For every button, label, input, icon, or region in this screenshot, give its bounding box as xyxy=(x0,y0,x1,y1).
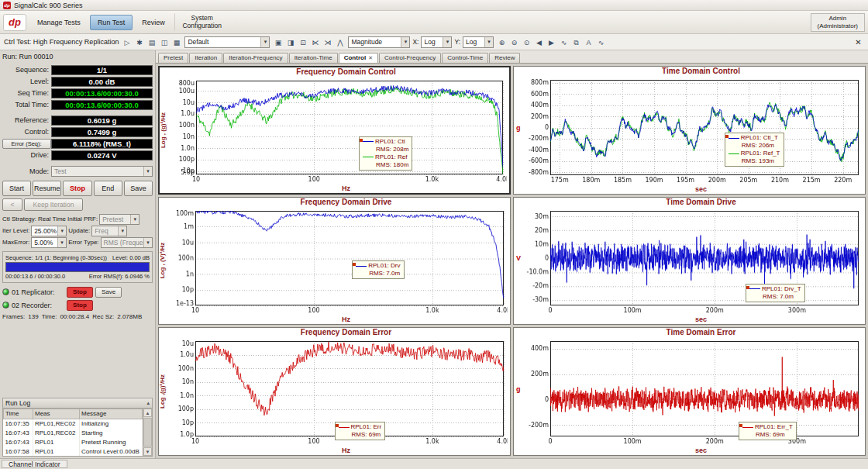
link-icon[interactable]: ⧉ xyxy=(570,36,582,48)
pan-left-icon[interactable]: ◀ xyxy=(533,36,545,48)
update-select[interactable]: Freq xyxy=(91,226,127,236)
sequence-info: Sequence: 1/1 (1: Beginning (0-30sec)) xyxy=(5,254,107,261)
run-log-scrollbar[interactable]: ▲ ▼ xyxy=(143,409,152,457)
layout-window-icon[interactable]: ◫ xyxy=(158,36,170,48)
run-log-col-time[interactable]: Time xyxy=(4,409,33,419)
chart-legend[interactable]: RPL01: ErrRMS: 69m xyxy=(335,422,386,440)
report-icon[interactable]: ▤ xyxy=(146,36,157,48)
zoom-in-icon[interactable]: ⊕ xyxy=(496,36,508,48)
zoom-fit-icon[interactable]: ⊙ xyxy=(521,36,532,48)
zoom-out-icon[interactable]: ⊖ xyxy=(508,36,520,48)
start-button[interactable]: Start xyxy=(2,181,31,196)
chart-tab-iteration-time[interactable]: Iteration-Time xyxy=(289,53,338,63)
field-label-error-seq[interactable]: Error (Seq): xyxy=(2,139,51,149)
chart-legend[interactable]: RPL01: DrvRMS: 7.0m xyxy=(352,260,404,279)
chart-legend[interactable]: RPL01: Err_TRMS: 69m xyxy=(739,422,797,440)
run-log-row[interactable]: 16:07:58RPL01Control Level:0.00dB xyxy=(4,447,143,456)
y-scale-select[interactable]: Log xyxy=(463,36,494,48)
chart-canvas[interactable] xyxy=(524,77,863,184)
chart-canvas[interactable] xyxy=(170,78,507,184)
iter-level-select[interactable]: 25.00% xyxy=(31,226,67,236)
chart-legend[interactable]: RPL01: Ctl_TRMS: 206mRPL01: Ref_TRMS: 19… xyxy=(725,133,784,167)
gear-icon[interactable]: ✱ xyxy=(133,36,145,48)
chart-tab-control-time[interactable]: Control-Time xyxy=(442,53,488,63)
grid-icon[interactable]: ▦ xyxy=(170,36,182,48)
stop-button[interactable]: Stop xyxy=(63,181,91,196)
pane-split-icon[interactable]: ◨ xyxy=(284,36,296,48)
run-log-col-meas[interactable]: Meas xyxy=(33,409,80,419)
save-button[interactable]: Save xyxy=(124,181,153,196)
device-01-replicator-save-button[interactable]: Save xyxy=(95,287,122,298)
chart-tabs: PretestIterationIteration-FrequencyItera… xyxy=(156,50,868,64)
run-log-row[interactable]: 16:07:43RPL01Pretest Running xyxy=(4,437,143,447)
chart-time-domain-error[interactable]: Time Domain Error g sec RPL01: Err_TRMS:… xyxy=(513,327,866,456)
close-tab-icon[interactable]: ✕ xyxy=(368,55,373,61)
scroll-up-icon[interactable]: ▲ xyxy=(143,409,152,417)
legend-handle-icon[interactable] xyxy=(336,424,339,427)
initial-prf-value: Pretest xyxy=(102,216,123,223)
max-error-select[interactable]: 5.00% xyxy=(31,237,67,248)
chart-tab-iteration[interactable]: Iteration xyxy=(189,53,222,63)
run-icon[interactable]: ▷ xyxy=(121,36,133,48)
peak-cursor-icon[interactable]: ⋀ xyxy=(334,36,346,48)
x-scale-select[interactable]: Log xyxy=(421,36,452,48)
chart-tab-review[interactable]: Review xyxy=(489,53,520,63)
chart-tab-control[interactable]: Control✕ xyxy=(339,53,378,63)
collapse-icon[interactable]: ▴ xyxy=(146,400,150,406)
save-display-icon[interactable]: ▣ xyxy=(272,36,284,48)
legend-handle-icon[interactable] xyxy=(739,424,742,427)
run-log-header-bar[interactable]: Run Log ▴ xyxy=(3,398,152,409)
annotate-icon[interactable]: A xyxy=(583,36,594,48)
legend-handle-icon[interactable] xyxy=(725,135,728,138)
resume-button[interactable]: Resume xyxy=(33,181,61,196)
layout-select[interactable]: Default xyxy=(184,36,270,48)
chart-canvas[interactable] xyxy=(169,208,508,316)
chart-canvas[interactable] xyxy=(524,208,863,316)
ribbon: dp Manage TestsRun TestReviewSystem Conf… xyxy=(0,11,868,34)
run-log-title: Run Log xyxy=(5,399,30,407)
error-type-select[interactable]: RMS (Frequen... xyxy=(101,237,153,248)
field-value-level: 0.00 dB xyxy=(51,77,153,87)
chart-frequency-domain-drive[interactable]: Frequency Domain Drive Log , (V)²/Hz Hz … xyxy=(158,197,511,326)
chart-tab-pretest[interactable]: Pretest xyxy=(158,53,188,63)
zoom-region-icon[interactable]: ⊡ xyxy=(297,36,308,48)
iter-level-value: 25.00% xyxy=(34,227,57,235)
chart-frequency-domain-error[interactable]: Frequency Domain Error Log ,(g)²/Hz Hz R… xyxy=(158,327,511,456)
run-log-row[interactable]: 16:07:43RPL01,REC02Starting xyxy=(4,428,143,437)
legend-handle-icon[interactable] xyxy=(746,286,749,289)
legend-handle-icon[interactable] xyxy=(353,263,356,266)
keep-iteration-button[interactable]: Keep Iteration xyxy=(24,198,83,211)
ribbon-tab-run-test[interactable]: Run Test xyxy=(90,15,133,30)
wave-icon[interactable]: ∿ xyxy=(595,36,607,48)
initial-prf-select[interactable]: Pretest xyxy=(99,214,140,225)
run-log-row[interactable]: 16:07:35RPL01,REC02Initializing xyxy=(4,419,143,428)
legend-handle-icon[interactable] xyxy=(360,139,363,142)
chart-canvas[interactable] xyxy=(524,338,863,446)
cursor-right-icon[interactable]: ⋊ xyxy=(322,36,333,48)
chart-time-domain-drive[interactable]: Time Domain Drive V sec RPL01: Drv_TRMS:… xyxy=(513,197,866,326)
chart-time-domain-control[interactable]: Time Domain Control g sec RPL01: Ctl_TRM… xyxy=(513,66,866,195)
chart-tab-iteration-frequency[interactable]: Iteration-Frequency xyxy=(223,53,288,63)
legend-entry: RPL01: Err_T xyxy=(742,423,793,431)
run-log-col-message[interactable]: Message xyxy=(80,409,143,419)
scrollbar-thumb[interactable] xyxy=(143,418,152,447)
mode-select[interactable]: Test xyxy=(51,166,153,177)
cursor-left-icon[interactable]: ⋉ xyxy=(309,36,321,48)
close-icon[interactable]: ✕ xyxy=(852,36,864,48)
signal-icon[interactable]: ∿ xyxy=(558,36,570,48)
pan-right-icon[interactable]: ▶ xyxy=(546,36,557,48)
chart-frequency-domain-control[interactable]: Frequency Domain Control Log , (g)²/Hz H… xyxy=(158,66,511,195)
trace-select[interactable]: Magnitude xyxy=(348,36,410,48)
device-02-recorder-stop-button[interactable]: Stop xyxy=(67,300,93,311)
ribbon-tab-review[interactable]: Review xyxy=(134,15,173,30)
scroll-down-icon[interactable]: ▼ xyxy=(143,447,152,456)
end-button[interactable]: End xyxy=(94,181,122,196)
back-button[interactable]: < xyxy=(2,198,22,211)
ribbon-tab-system-configuration[interactable]: System Configuration xyxy=(174,13,230,32)
chart-legend[interactable]: RPL01: CtlRMS: 208mRPL01: RefRMS: 180m xyxy=(359,136,412,171)
chart-legend[interactable]: RPL01: Drv_TRMS: 7.0m xyxy=(746,284,805,302)
device-01-replicator-stop-button[interactable]: Stop xyxy=(67,287,93,298)
ribbon-tab-manage-tests[interactable]: Manage Tests xyxy=(29,15,88,30)
chart-tab-control-frequency[interactable]: Control-Frequency xyxy=(379,53,441,63)
user-badge[interactable]: Admin (Administrator) xyxy=(811,13,865,32)
